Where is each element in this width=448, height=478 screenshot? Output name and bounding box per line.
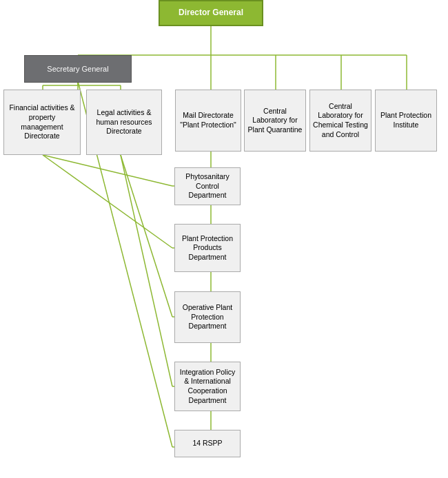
central-lab-quarantine-node: Central Laboratory for Plant Quarantine: [244, 90, 306, 152]
legal-node: Legal activities & human resources Direc…: [86, 90, 162, 155]
plant-protection-institute-node: Plant Protection Institute: [375, 90, 437, 152]
rspp-node: 14 RSPP: [174, 430, 241, 457]
integration-node: Integration Policy & International Coope…: [174, 362, 241, 411]
phytosanitary-node: Phytosanitary Control Department: [174, 167, 241, 205]
director-general-node: Director General: [159, 0, 263, 26]
central-lab-chemical-node: Central Laboratory for Chemical Testing …: [309, 90, 371, 152]
svg-line-20: [121, 155, 172, 386]
financial-node: Financial activities & property manageme…: [3, 90, 81, 155]
secretary-general-node: Secretary General: [24, 55, 132, 83]
operative-node: Operative Plant Protection Department: [174, 291, 241, 343]
plant-products-node: Plant Protection Products Department: [174, 224, 241, 272]
org-chart: Director General Secretary General Finan…: [0, 0, 448, 478]
mail-directorate-node: Mail Directorate "Plant Protection": [175, 90, 241, 152]
svg-line-18: [43, 155, 172, 248]
svg-line-17: [43, 155, 172, 186]
svg-line-19: [121, 155, 172, 317]
